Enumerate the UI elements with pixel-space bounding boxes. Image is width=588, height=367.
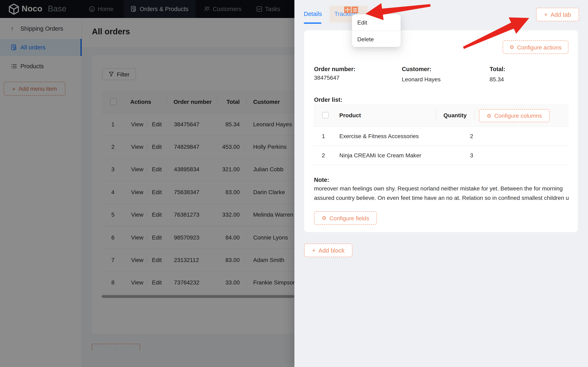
note-text-line: moreover man feelings own shy. Request n… [314,185,569,192]
menu-lines-icon [353,8,357,12]
quantity-cell: 3 [470,152,473,158]
plus-icon: + [312,247,316,253]
order-list-header: Product Quantity ⚙ Configure columns [313,104,569,127]
field-label-customer: Customer: [402,66,431,72]
configure-columns-button[interactable]: ⚙ Configure columns [479,109,550,122]
add-tab-label: Add tab [551,11,571,18]
drag-handle-chip[interactable] [344,7,351,13]
order-list-row: 2Ninja CREAMi Ice Cream Maker3 [313,146,569,165]
field-value-order-number: 38475647 [314,74,339,81]
active-tab-indicator [304,23,321,24]
configure-actions-button[interactable]: ⚙ Configure actions [503,41,568,54]
order-list-label: Order list: [314,96,342,103]
row-index: 1 [321,133,326,139]
tab-details[interactable]: Details [304,11,322,17]
add-tab-button[interactable]: + Add tab [536,8,579,21]
gear-icon: ⚙ [509,45,514,50]
menu-item-delete[interactable]: Delete [352,31,401,47]
field-value-total: 85.34 [490,76,504,83]
header-separator [436,110,436,120]
configure-fields-label: Configure fields [329,215,369,221]
add-block-label: Add block [319,247,344,254]
quantity-cell: 2 [470,133,473,139]
order-details-drawer: Details Tracking + Add tab ⚙ Configure a… [294,0,588,367]
tab-designer-dropdown: Edit Delete [352,14,401,47]
row-index: 2 [321,152,326,158]
plus-icon: + [544,11,548,17]
configure-actions-label: Configure actions [517,44,562,50]
note-label: Note: [314,176,329,183]
field-value-customer-link[interactable]: Leonard Hayes [402,76,441,83]
product-link[interactable]: Exercise & Fitness Accessories [339,133,419,139]
add-block-button[interactable]: + Add block [304,244,352,257]
app-root: Noco Base Home Orders & Products Custome… [0,0,588,367]
tab-designer-menu-chip[interactable] [352,7,358,13]
column-header-product: Product [339,112,361,118]
field-label-total: Total: [490,66,505,72]
gear-icon: ⚙ [487,113,491,118]
header-separator [475,110,475,120]
configure-fields-button[interactable]: ⚙ Configure fields [314,211,377,225]
note-text-line: assured country believe. On even feet ti… [314,194,569,202]
menu-item-edit[interactable]: Edit [352,14,401,31]
select-all-checkbox[interactable] [322,112,329,118]
column-header-quantity: Quantity [443,112,467,118]
field-label-order-number: Order number: [314,66,355,72]
details-block: ⚙ Configure actions Order number: Custom… [304,30,578,232]
gear-icon: ⚙ [322,215,326,221]
drag-move-icon [345,7,350,12]
order-list-row: 1Exercise & Fitness Accessories2 [313,126,569,146]
configure-columns-label: Configure columns [494,112,542,119]
product-link[interactable]: Ninja CREAMi Ice Cream Maker [339,152,421,158]
drawer-mask[interactable] [0,0,294,367]
